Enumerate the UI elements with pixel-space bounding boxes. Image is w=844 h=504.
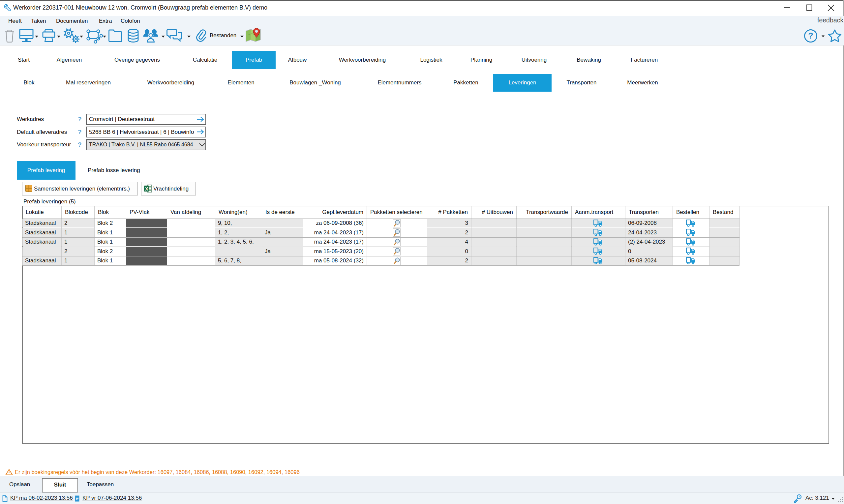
svg-text:X: X xyxy=(145,186,148,192)
svg-text:?: ? xyxy=(808,31,813,40)
